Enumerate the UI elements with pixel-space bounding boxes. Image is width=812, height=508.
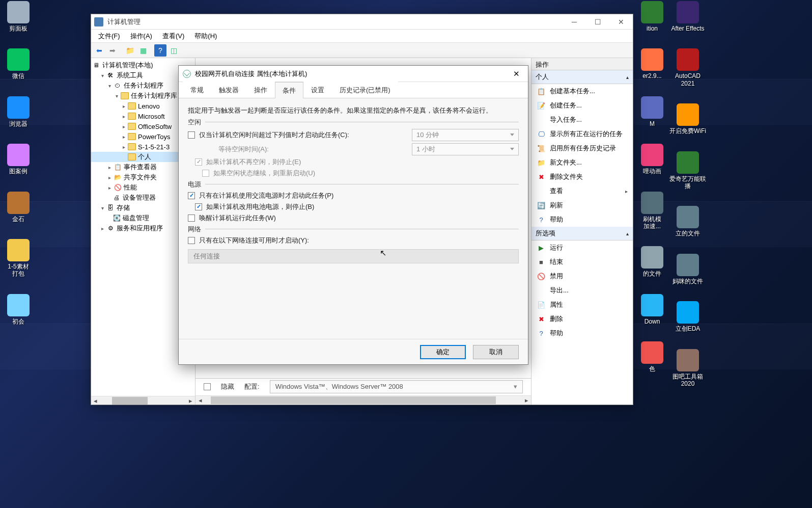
scroll-left-icon[interactable]: ◂ <box>195 396 205 405</box>
titlebar[interactable]: 计算机管理 ─ ☐ ✕ <box>91 14 633 30</box>
desktop-icon[interactable]: 色 <box>634 341 670 372</box>
app-icon <box>7 96 30 119</box>
desktop-icon[interactable]: 爱奇艺万能联播 <box>669 151 706 190</box>
scroll-right-icon[interactable]: ▸ <box>522 396 531 405</box>
action-item[interactable]: ?帮助 <box>531 326 633 340</box>
idle-start-checkbox[interactable] <box>188 131 195 139</box>
icon-label: 微信 <box>0 72 37 79</box>
dialog-tab[interactable]: 触发器 <box>211 82 246 98</box>
desktop-icon[interactable]: 刷机模加速... <box>634 192 670 230</box>
app-icon <box>7 48 30 71</box>
dialog-tab[interactable]: 操作 <box>246 82 275 98</box>
action-item[interactable]: 🔄刷新 <box>531 198 633 212</box>
action-item[interactable]: 📄属性 <box>531 298 633 312</box>
action-item[interactable]: ✖删除文件夹 <box>531 170 633 184</box>
desktop-icon[interactable]: 立的文件 <box>669 206 706 237</box>
scroll-right-icon[interactable]: ▸ <box>186 396 195 405</box>
action-item[interactable]: 📁新文件夹... <box>531 155 633 170</box>
action-item[interactable]: 📜启用所有任务历史记录 <box>531 141 633 155</box>
dialog-tab[interactable]: 条件 <box>275 82 303 98</box>
actions-section-personal[interactable]: 个人▴ <box>531 70 633 84</box>
icon-label: 剪面板 <box>0 25 37 32</box>
power-wake-label: 唤醒计算机运行此任务(W) <box>199 213 519 223</box>
minimize-button[interactable]: ─ <box>563 14 586 29</box>
action-item[interactable]: 📝创建任务... <box>531 98 633 113</box>
scroll-thumb[interactable] <box>211 396 496 404</box>
dialog-tab[interactable]: 设置 <box>303 82 332 98</box>
window-title: 计算机管理 <box>107 17 563 26</box>
action-item[interactable]: 导出... <box>531 283 633 298</box>
icon-label: 金石 <box>0 216 37 223</box>
desktop-icon[interactable]: 1-5素材打包 <box>0 239 37 278</box>
cfg-dropdown[interactable]: Windows Vista™、Windows Server™ 2008▾ <box>270 380 523 393</box>
hidden-checkbox[interactable] <box>204 383 211 390</box>
icon-label: AutoCAD2021 <box>669 72 706 87</box>
power-battery-checkbox[interactable] <box>195 203 202 210</box>
up-button[interactable]: 📁 <box>124 44 136 57</box>
desktop-icon[interactable]: 开启免费WiFi <box>669 103 706 135</box>
help-button[interactable]: ? <box>154 44 166 57</box>
desktop-icon[interactable]: 微信 <box>0 48 37 79</box>
scroll-left-icon[interactable]: ◂ <box>91 396 100 405</box>
show-hide-button[interactable]: ◫ <box>167 44 180 57</box>
dialog-tab[interactable]: 常规 <box>183 82 211 98</box>
desktop-icon[interactable]: 立创EDA <box>669 301 706 332</box>
app-icon <box>641 1 663 23</box>
menu-item[interactable]: 查看(V) <box>157 30 189 42</box>
action-item[interactable]: ■结束 <box>531 255 633 269</box>
action-item[interactable]: ✖删除 <box>531 312 633 326</box>
action-icon <box>537 186 546 196</box>
desktop-icon[interactable]: 图吧工具箱2020 <box>669 349 706 388</box>
action-item[interactable]: ▶运行 <box>531 240 633 255</box>
power-wake-checkbox[interactable] <box>188 215 195 222</box>
desktop-icon[interactable]: ition <box>634 1 670 32</box>
desktop-icon[interactable]: 图案例 <box>0 144 37 175</box>
power-ac-checkbox[interactable] <box>188 192 195 199</box>
ok-button[interactable]: 确定 <box>420 345 466 359</box>
action-item[interactable]: 查看▸ <box>531 184 633 198</box>
icon-label: 刷机模加速... <box>634 216 670 230</box>
action-item[interactable]: ?帮助 <box>531 212 633 227</box>
network-only-checkbox[interactable] <box>188 237 195 244</box>
desktop-icon[interactable]: 金石 <box>0 192 37 223</box>
dialog-close-button[interactable]: ✕ <box>509 66 524 82</box>
app-icon <box>641 48 663 71</box>
app-icon <box>641 192 663 214</box>
icon-label: M <box>634 120 670 127</box>
app-icon <box>677 206 699 228</box>
dialog-titlebar[interactable]: 校园网开机自动连接 属性(本地计算机) ✕ <box>179 66 528 82</box>
tree-hscrollbar[interactable]: ◂ ▸ <box>91 396 195 405</box>
menu-item[interactable]: 文件(F) <box>93 30 125 42</box>
action-icon <box>537 115 546 124</box>
main-hscrollbar[interactable]: ◂ ▸ <box>195 395 531 405</box>
app-icon <box>7 144 30 166</box>
menu-item[interactable]: 操作(A) <box>125 30 157 42</box>
action-item[interactable]: 🖵显示所有正在运行的任务 <box>531 127 633 141</box>
desktop-icon[interactable]: AutoCAD2021 <box>669 48 706 87</box>
desktop-icon[interactable]: M <box>634 96 670 127</box>
desktop-icon[interactable]: Down <box>634 294 670 325</box>
idle-restart-checkbox <box>202 170 209 177</box>
menu-item[interactable]: 帮助(H) <box>189 30 222 42</box>
desktop-icon[interactable]: 的文件 <box>634 246 670 277</box>
desktop-icon[interactable]: 初会 <box>0 294 37 325</box>
maximize-button[interactable]: ☐ <box>586 14 609 29</box>
scroll-thumb[interactable] <box>112 397 148 405</box>
desktop-icon[interactable]: After Effects <box>669 1 706 32</box>
desktop-icon[interactable]: 哩动画 <box>634 144 670 175</box>
dialog-tab[interactable]: 历史记录(已禁用) <box>332 82 398 98</box>
actions-section-selected[interactable]: 所选项▴ <box>531 227 633 240</box>
desktop-icon[interactable]: 浏览器 <box>0 96 37 127</box>
properties-button[interactable]: ▦ <box>137 44 149 57</box>
desktop-icon[interactable]: 妈咪的文件 <box>669 254 706 285</box>
nav-forward-button[interactable]: ➡ <box>106 44 119 57</box>
idle-stop-label: 如果计算机不再空闲，则停止(E) <box>206 157 519 167</box>
action-item[interactable]: 🚫禁用 <box>531 269 633 283</box>
desktop-icon[interactable]: 剪面板 <box>0 1 37 32</box>
nav-back-button[interactable]: ⬅ <box>93 44 105 57</box>
action-item[interactable]: 导入任务... <box>531 113 633 127</box>
action-item[interactable]: 📋创建基本任务... <box>531 84 633 98</box>
desktop-icon[interactable]: er2.9... <box>634 48 670 79</box>
close-button[interactable]: ✕ <box>609 14 633 29</box>
cancel-button[interactable]: 取消 <box>473 345 519 359</box>
